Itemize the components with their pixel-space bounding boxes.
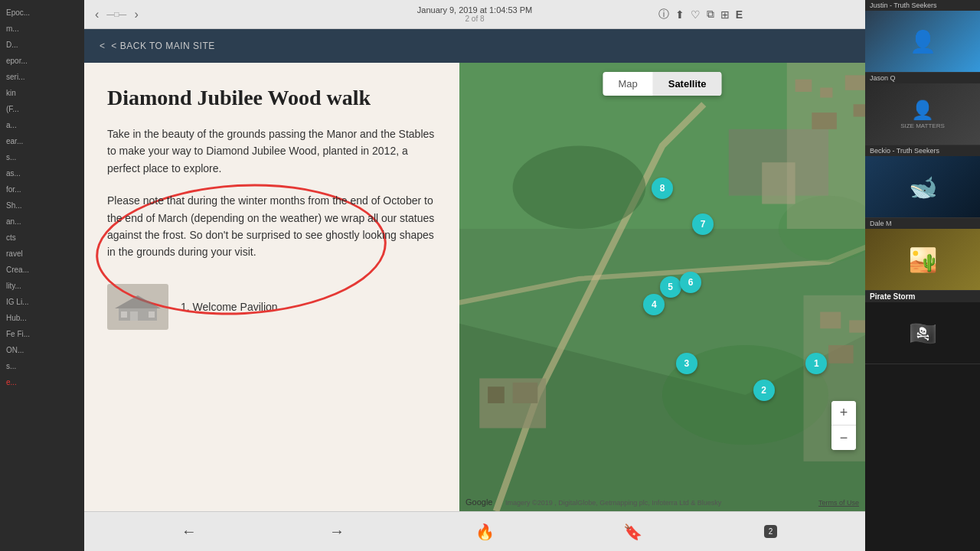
sidebar-item-5[interactable]: seri... [3,70,81,83]
sidebar-item-3[interactable]: D... [3,38,81,51]
website-wrapper: < < BACK TO MAIN SITE Diamond Jubilee Wo… [84,29,865,551]
right-sidebar: Justin - Truth Seekers 👤 Jason Q 👤 SIZE … [865,0,980,551]
zoom-out-button[interactable]: − [831,425,856,450]
user-label-beckio: Beckio - Truth Seekers [865,145,980,156]
address-info: January 9, 2019 at 1:04:53 PM 2 of 8 [417,5,532,23]
left-sidebar: Epoc... m... D... epor... seri... kin (F… [0,0,84,551]
map-marker-8[interactable]: 8 [652,178,673,199]
svg-marker-1 [115,295,161,308]
toolbar-home-button[interactable]: 🔥 [468,515,501,549]
sidebar-item-24[interactable]: e... [3,376,81,389]
back-button[interactable]: ‹ [92,6,102,23]
terms-of-use-link[interactable]: Terms of Use [818,499,859,507]
copy-icon[interactable]: ⧉ [707,8,714,21]
user-label-justin: Justin - Truth Seekers [865,0,980,11]
user-item-jason: Jason Q 👤 SIZE MATTERS [865,73,980,145]
user-label-dale: Dale M [865,218,980,229]
svg-rect-9 [488,386,505,403]
user-avatar-justin[interactable]: 👤 [865,11,980,72]
sidebar-item-9[interactable]: ear... [3,135,81,148]
pavilion-label: 1. Welcome Pavilion [181,301,278,313]
page-count: 2 of 8 [417,15,532,23]
map-marker-6[interactable]: 6 [680,272,701,293]
map-view-button[interactable]: Map [603,72,652,96]
toolbar-forward-button[interactable]: → [320,515,354,549]
map-panel[interactable]: Map Satellite [459,63,865,511]
welcome-pavilion-item[interactable]: 1. Welcome Pavilion [107,276,436,330]
grid-icon[interactable]: ⊞ [720,8,730,21]
user-label-jason: Jason Q [865,73,980,83]
toolbar-bookmark-button[interactable]: 🔖 [616,515,649,549]
map-marker-5[interactable]: 5 [660,276,681,298]
svg-rect-17 [795,80,812,92]
svg-rect-10 [513,383,538,403]
svg-rect-25 [828,345,854,364]
sidebar-item-7[interactable]: (F... [3,103,81,116]
map-marker-1[interactable]: 1 [805,353,827,374]
sidebar-item-2[interactable]: m... [3,22,81,35]
svg-rect-3 [121,311,127,318]
imagery-attribution: Imagery ©2019 , DigitalGlobe, Getmapping… [505,499,721,507]
sidebar-item-6[interactable]: kin [3,86,81,99]
sidebar-item-20[interactable]: Hub... [3,311,81,324]
sidebar-item-11[interactable]: as... [3,167,81,180]
user-item-pirate: Pirate Storm 🏴‍☠️ [865,291,980,364]
user-avatar-jason[interactable]: 👤 SIZE MATTERS [865,83,980,145]
walk-title: Diamond Jubilee Wood walk [107,86,436,110]
page-badge: 2 [764,525,778,538]
map-marker-4[interactable]: 4 [643,294,665,315]
pavilion-icon [115,292,161,322]
map-marker-3[interactable]: 3 [676,353,697,374]
sidebar-item-16[interactable]: ravel [3,247,81,260]
user-item-dale: Dale M 🏜️ [865,218,980,291]
sidebar-item-4[interactable]: epor... [3,54,81,67]
map-marker-7[interactable]: 7 [692,214,714,235]
sidebar-item-10[interactable]: s... [3,151,81,164]
svg-rect-18 [820,88,832,98]
sidebar-item-13[interactable]: Sh... [3,199,81,212]
google-attribution: Google [466,497,492,507]
letter-e-icon: E [736,8,743,21]
walk-description: Take in the beauty of the grounds passin… [107,126,436,177]
toolbar-back-button[interactable]: ← [172,515,206,549]
forward-button[interactable]: › [131,6,141,23]
zoom-in-button[interactable]: + [831,401,856,425]
satellite-view-button[interactable]: Satellite [653,72,722,96]
sidebar-item-12[interactable]: for... [3,183,81,196]
nav-buttons: ‹ —□— › [92,6,142,23]
heart-icon[interactable]: ♡ [691,8,701,21]
sidebar-item-8[interactable]: a... [3,119,81,132]
bottom-toolbar: ← → 🔥 🔖 2 [84,511,865,551]
map-field: 1 2 3 4 5 6 7 8 + − Google Imagery ©2019 [459,63,865,511]
user-avatar-dale[interactable]: 🏜️ [865,229,980,290]
sidebar-item-18[interactable]: lity... [3,279,81,292]
back-to-main-site-link[interactable]: < < BACK TO MAIN SITE [100,41,215,51]
sidebar-item-1[interactable]: Epoc... [3,6,81,19]
sidebar-item-15[interactable]: cts [3,231,81,244]
sidebar-item-17[interactable]: Crea... [3,263,81,276]
sidebar-item-21[interactable]: Fe Fi... [3,328,81,341]
svg-rect-2 [130,311,138,321]
content-split: Diamond Jubilee Wood walk Take in the be… [84,63,865,511]
user-avatar-beckio[interactable]: 🐋 [865,156,980,217]
svg-rect-24 [849,320,865,332]
map-type-toggle: Map Satellite [603,72,721,96]
user-label-pirate: Pirate Storm [865,291,980,302]
browser-top-bar: ‹ —□— › January 9, 2019 at 1:04:53 PM 2 … [84,0,865,29]
back-chevron-icon: < [100,41,106,51]
main-area: ‹ —□— › January 9, 2019 at 1:04:53 PM 2 … [84,0,865,551]
sidebar-item-19[interactable]: IG Li... [3,295,81,308]
svg-rect-19 [845,75,865,90]
user-avatar-pirate[interactable]: 🏴‍☠️ [865,302,980,364]
map-marker-2[interactable]: 2 [753,380,775,401]
sidebar-item-22[interactable]: ON... [3,344,81,357]
sidebar-item-14[interactable]: an... [3,215,81,228]
svg-rect-20 [812,112,837,129]
note-highlight-container: Please note that during the winter month… [107,192,436,261]
svg-rect-23 [820,312,841,329]
site-header: < < BACK TO MAIN SITE [84,29,865,63]
info-icon[interactable]: ⓘ [658,8,669,21]
sidebar-item-23[interactable]: s... [3,360,81,373]
walk-note: Please note that during the winter month… [107,192,436,261]
share-icon[interactable]: ⬆ [675,8,684,21]
